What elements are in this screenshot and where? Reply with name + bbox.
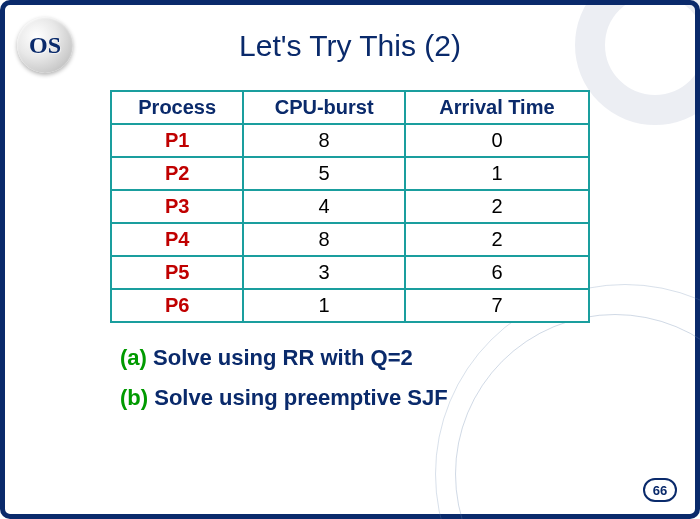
- cell-arrival: 6: [405, 256, 589, 289]
- col-process: Process: [111, 91, 243, 124]
- cell-arrival: 1: [405, 157, 589, 190]
- prompt-b-label: (b): [120, 385, 148, 410]
- col-arrival: Arrival Time: [405, 91, 589, 124]
- col-burst: CPU-burst: [243, 91, 404, 124]
- table-row: P5 3 6: [111, 256, 589, 289]
- cell-process: P6: [111, 289, 243, 322]
- cell-burst: 8: [243, 223, 404, 256]
- cell-process: P5: [111, 256, 243, 289]
- prompt-b: (b) Solve using preemptive SJF: [120, 385, 590, 411]
- cell-arrival: 0: [405, 124, 589, 157]
- prompt-b-text: Solve using preemptive SJF: [154, 385, 447, 410]
- cell-burst: 4: [243, 190, 404, 223]
- cell-burst: 5: [243, 157, 404, 190]
- table-row: P2 5 1: [111, 157, 589, 190]
- cell-burst: 1: [243, 289, 404, 322]
- cell-arrival: 7: [405, 289, 589, 322]
- table-header-row: Process CPU-burst Arrival Time: [111, 91, 589, 124]
- table-row: P6 1 7: [111, 289, 589, 322]
- page-number-text: 66: [653, 483, 667, 498]
- cell-arrival: 2: [405, 223, 589, 256]
- slide-title: Let's Try This (2): [5, 29, 695, 63]
- prompt-a-label: (a): [120, 345, 147, 370]
- prompt-a: (a) Solve using RR with Q=2: [120, 345, 590, 371]
- table-row: P1 8 0: [111, 124, 589, 157]
- cell-arrival: 2: [405, 190, 589, 223]
- table-row: P4 8 2: [111, 223, 589, 256]
- cell-process: P1: [111, 124, 243, 157]
- page-number: 66: [643, 478, 677, 502]
- cell-process: P4: [111, 223, 243, 256]
- cell-burst: 8: [243, 124, 404, 157]
- cell-process: P2: [111, 157, 243, 190]
- cell-burst: 3: [243, 256, 404, 289]
- prompt-a-text: Solve using RR with Q=2: [153, 345, 413, 370]
- process-table: Process CPU-burst Arrival Time P1 8 0 P2…: [110, 90, 590, 323]
- table-row: P3 4 2: [111, 190, 589, 223]
- slide-content: Process CPU-burst Arrival Time P1 8 0 P2…: [5, 90, 695, 425]
- prompts: (a) Solve using RR with Q=2 (b) Solve us…: [110, 345, 590, 425]
- slide-frame: OS Let's Try This (2) Process CPU-burst …: [0, 0, 700, 519]
- cell-process: P3: [111, 190, 243, 223]
